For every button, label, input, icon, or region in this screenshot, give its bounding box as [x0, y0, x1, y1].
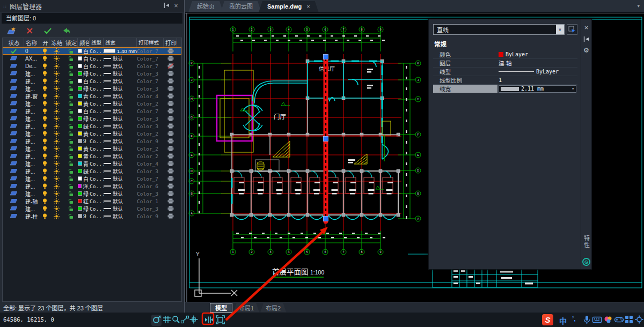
layer-name[interactable]: 建... [24, 70, 40, 78]
selected-red-line[interactable] [324, 55, 328, 222]
layer-freeze-icon[interactable] [49, 153, 63, 159]
ortho-circle-icon[interactable] [151, 315, 162, 326]
col-lock[interactable]: 锁定 [63, 38, 78, 47]
layer-on-icon[interactable] [40, 101, 49, 107]
layer-print-icon[interactable] [164, 191, 177, 196]
layer-print-icon[interactable] [164, 71, 177, 76]
layer-on-icon[interactable] [40, 131, 49, 137]
layer-lineweight[interactable]: 默认 [104, 190, 137, 197]
layer-name[interactable]: 0 [24, 48, 40, 54]
layer-linetype[interactable]: Co... [90, 78, 104, 84]
tabbar-overflow-icon[interactable]: ▾ [637, 3, 640, 9]
tab-close-icon[interactable]: × [306, 1, 310, 12]
layer-print-icon[interactable] [164, 78, 177, 84]
layer-linetype[interactable]: Co... [90, 93, 104, 99]
layer-freeze-icon[interactable] [49, 86, 63, 92]
layer-status-icon[interactable] [3, 49, 24, 54]
layer-print-icon[interactable] [164, 123, 177, 129]
quick-select-button[interactable] [567, 24, 577, 35]
layer-lineweight[interactable]: 默认 [104, 167, 137, 175]
lineweight-dropdown[interactable]: 2.11 mm ▾ [499, 85, 576, 93]
layer-linetype[interactable]: Co... [90, 101, 104, 107]
layer-lock-icon[interactable] [63, 101, 78, 107]
drawing-canvas[interactable]: 123456789 123456789 KJHGFEDCBA KJHFEDBA [185, 13, 644, 302]
layer-name[interactable]: 建-柱 [24, 212, 40, 220]
prop-lineweight-row[interactable]: 线宽 2.11 mm ▾ [433, 85, 577, 93]
layer-linetype[interactable]: Co... [90, 108, 104, 114]
layer-freeze-icon[interactable] [49, 63, 63, 69]
layer-print-icon[interactable] [164, 138, 177, 144]
layer-on-icon[interactable] [40, 191, 49, 197]
layer-lineweight[interactable]: 默认 [104, 205, 137, 212]
layer-print-icon[interactable] [164, 198, 177, 204]
layer-print-icon[interactable] [164, 101, 177, 106]
layer-status-icon[interactable] [3, 101, 24, 106]
layer-lineweight[interactable]: 默认 [104, 55, 137, 62]
ime-language-icon[interactable]: 中 [559, 315, 567, 326]
layer-status-icon[interactable] [3, 94, 24, 98]
layer-status-icon[interactable] [3, 71, 24, 76]
layer-on-icon[interactable] [40, 48, 49, 54]
layer-name[interactable]: 建... [24, 167, 40, 175]
layer-print-icon[interactable] [164, 183, 177, 189]
layer-lineweight[interactable]: 默认 [104, 212, 137, 220]
layer-row[interactable]: 建...白Co...默认Color_7 [3, 77, 181, 85]
layer-lineweight[interactable]: 默认 [104, 115, 137, 122]
layer-row[interactable]: AX...白Co...默认Color_7 [3, 55, 181, 62]
layer-linetype[interactable]: Co... [90, 56, 104, 62]
layer-color[interactable]: 绿 [78, 85, 90, 93]
layer-print-icon[interactable] [164, 116, 177, 121]
chevron-down-icon[interactable]: ∨ [556, 25, 564, 34]
grip-bottom[interactable] [324, 217, 328, 221]
tab-my-cloud[interactable]: 我的云图 [221, 1, 261, 12]
layer-name[interactable]: 建... [24, 152, 40, 160]
layer-status-icon[interactable] [3, 116, 24, 121]
layer-lock-icon[interactable] [63, 86, 78, 92]
layer-row[interactable]: 建...绿Co...默认Color_3 [3, 70, 181, 77]
layer-print-icon[interactable] [164, 93, 177, 99]
col-color[interactable]: 颜色 [78, 38, 90, 47]
layer-lineweight[interactable]: 默认 [104, 182, 137, 190]
layer-print-icon[interactable] [164, 213, 177, 219]
layer-name[interactable]: De... [24, 63, 40, 69]
layer-lock-icon[interactable] [63, 213, 78, 219]
layer-lock-icon[interactable] [63, 78, 78, 84]
layer-linetype[interactable]: Co... [90, 176, 104, 182]
layer-color[interactable]: 白 [78, 62, 90, 70]
layer-print-icon[interactable] [164, 131, 177, 136]
layer-lineweight[interactable]: 默认 [104, 70, 137, 77]
layer-status-icon[interactable] [3, 86, 24, 91]
new-layer-button[interactable] [6, 26, 16, 35]
col-on[interactable]: 开 [40, 38, 49, 47]
layer-print-icon[interactable] [164, 168, 177, 174]
layer-linetype[interactable]: Co... [90, 153, 104, 159]
layer-status-icon[interactable] [3, 56, 24, 61]
layer-freeze-icon[interactable] [49, 93, 63, 99]
layer-lock-icon[interactable] [63, 161, 78, 167]
settings-gear-icon[interactable] [634, 315, 644, 325]
panel-close-icon[interactable]: × [171, 2, 181, 10]
tab-layout1[interactable]: 布局1 [233, 303, 259, 313]
layer-freeze-icon[interactable] [49, 146, 63, 152]
layer-name[interactable]: 建... [24, 130, 40, 138]
ime-logo[interactable]: S [542, 314, 553, 325]
layer-lock-icon[interactable] [63, 168, 78, 174]
layer-status-icon[interactable] [3, 124, 24, 128]
layer-lock-icon[interactable] [63, 63, 78, 69]
layer-color[interactable]: 洋. [78, 182, 90, 190]
layer-name[interactable]: 建... [24, 182, 40, 190]
layer-freeze-icon[interactable] [49, 108, 63, 114]
layer-color[interactable]: 9 [78, 138, 90, 144]
layer-status-icon[interactable] [3, 184, 24, 188]
layer-row[interactable]: De...白Co...默认Color_7 [3, 62, 181, 70]
layer-print-icon[interactable] [164, 86, 177, 91]
layer-status-icon[interactable] [3, 154, 24, 158]
layer-row[interactable]: 建...绿Co...默认Color_3 [3, 205, 181, 212]
layer-status-icon[interactable] [3, 146, 24, 151]
layer-lineweight[interactable]: 默认 [104, 85, 137, 92]
layer-freeze-icon[interactable] [49, 176, 63, 182]
layer-row[interactable]: 建...黄Co...默认Color_2 [3, 152, 181, 160]
layer-lock-icon[interactable] [63, 108, 78, 114]
layer-on-icon[interactable] [40, 86, 49, 92]
zoom-icon[interactable] [171, 315, 181, 325]
